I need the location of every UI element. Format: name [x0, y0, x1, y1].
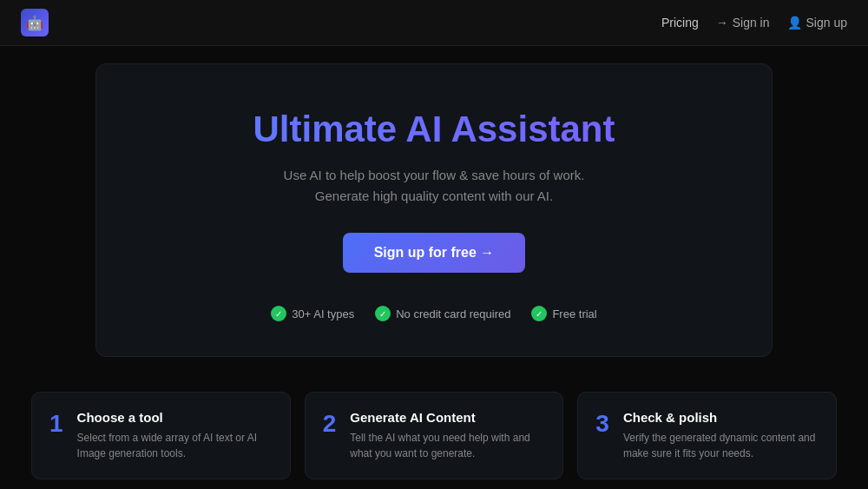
step-card-2: 2 Generate AI Content Tell the AI what y… — [305, 392, 564, 479]
hero-title: Ultimate AI Assistant — [131, 108, 737, 151]
step-title-1: Choose a tool — [77, 410, 273, 425]
hero-subtitle: Use AI to help boost your flow & save ho… — [260, 165, 608, 207]
step-content-1: Choose a tool Select from a wide array o… — [77, 410, 273, 461]
badge-no-credit: ✓ No credit card required — [375, 306, 510, 321]
cta-button[interactable]: Sign up for free → — [343, 233, 526, 273]
step-number-2: 2 — [323, 412, 337, 436]
step-number-1: 1 — [49, 412, 63, 436]
check-icon-2: ✓ — [375, 306, 391, 321]
step-content-3: Check & polish Verify the generated dyna… — [623, 410, 819, 461]
badge-free-trial: ✓ Free trial — [531, 306, 596, 321]
check-icon-3: ✓ — [531, 306, 547, 321]
step-content-2: Generate AI Content Tell the AI what you… — [350, 410, 545, 461]
nav-links: Pricing → Sign in 👤 Sign up — [661, 16, 847, 30]
logo: 🤖 — [21, 9, 49, 36]
step-card-3: 3 Check & polish Verify the generated dy… — [577, 392, 837, 479]
step-desc-2: Tell the AI what you need help with and … — [350, 430, 545, 461]
signin-icon: → — [716, 16, 728, 30]
navbar: 🤖 Pricing → Sign in 👤 Sign up — [0, 0, 868, 46]
step-card-1: 1 Choose a tool Select from a wide array… — [31, 392, 291, 479]
step-desc-1: Select from a wide array of AI text or A… — [77, 430, 273, 461]
logo-icon: 🤖 — [21, 9, 49, 36]
steps-section: 1 Choose a tool Select from a wide array… — [10, 374, 858, 489]
signup-link[interactable]: 👤 Sign up — [787, 16, 847, 30]
step-title-2: Generate AI Content — [350, 410, 545, 425]
main-content: Ultimate AI Assistant Use AI to help boo… — [0, 63, 868, 489]
signin-link[interactable]: → Sign in — [716, 16, 770, 30]
badge-ai-types: ✓ 30+ AI types — [271, 306, 354, 321]
step-title-3: Check & polish — [623, 410, 819, 425]
hero-section: Ultimate AI Assistant Use AI to help boo… — [95, 63, 773, 357]
trust-badges: ✓ 30+ AI types ✓ No credit card required… — [131, 306, 737, 321]
check-icon-1: ✓ — [271, 306, 286, 321]
signup-icon: 👤 — [787, 16, 802, 30]
step-desc-3: Verify the generated dynamic content and… — [623, 430, 819, 461]
pricing-link[interactable]: Pricing — [661, 16, 699, 30]
step-number-3: 3 — [595, 412, 609, 436]
